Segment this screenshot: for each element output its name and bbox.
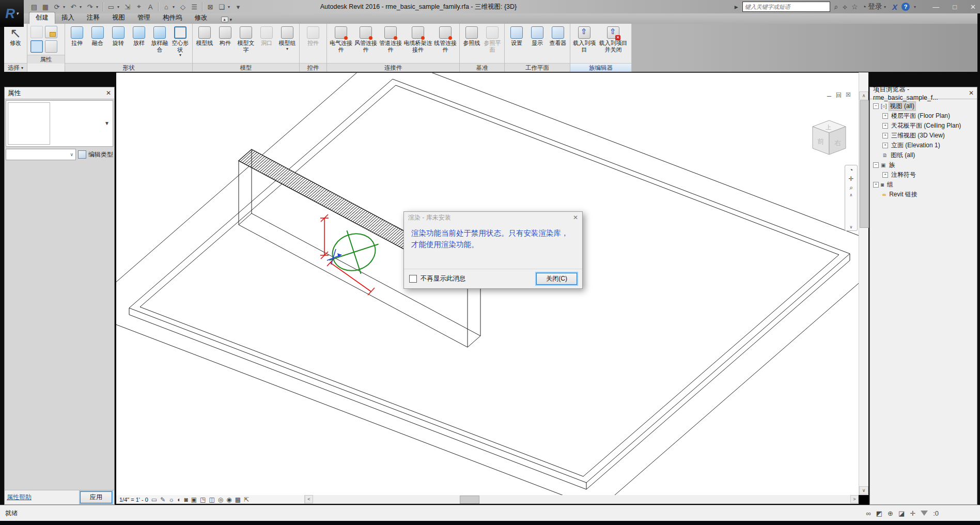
pan-icon[interactable]: ✛ bbox=[848, 175, 853, 182]
model-line-button[interactable]: 模型线 bbox=[195, 25, 214, 47]
reveal-hidden-elements-icon[interactable]: ◉ bbox=[226, 496, 231, 503]
measure-icon[interactable]: ▭ bbox=[106, 2, 116, 12]
chevron-down-icon[interactable]: ∨ bbox=[850, 225, 853, 229]
tab-view[interactable]: 视图 bbox=[106, 12, 131, 24]
expand-icon[interactable]: + bbox=[882, 123, 888, 129]
tree-item-floor-plans[interactable]: + 楼层平面 (Floor Plan) bbox=[871, 111, 976, 121]
view-close-icon[interactable]: ☒ bbox=[846, 91, 851, 99]
pipe-connector-button[interactable]: 管道连接件 bbox=[379, 25, 402, 53]
reference-line-button[interactable]: 参照线 bbox=[462, 25, 481, 47]
swept-blend-button[interactable]: 放样融合 bbox=[150, 25, 169, 53]
viewer-button[interactable]: 查看器 bbox=[548, 25, 568, 47]
select-pinned-icon[interactable]: ⊕ bbox=[888, 509, 893, 517]
scale-label[interactable]: 1/4" = 1' - 0 bbox=[119, 497, 148, 503]
tab-manage[interactable]: 管理 bbox=[131, 12, 157, 24]
open-file-icon[interactable]: ▤ bbox=[29, 2, 39, 12]
close-button[interactable]: ✕ bbox=[970, 3, 976, 11]
sweep-button[interactable]: 放样 bbox=[129, 25, 149, 47]
type-selector[interactable]: ▼ bbox=[6, 100, 113, 147]
chevron-down-icon[interactable]: ▾ bbox=[63, 5, 67, 9]
chevron-down-icon[interactable]: ▾ bbox=[173, 5, 177, 9]
family-types-icon[interactable] bbox=[45, 26, 57, 38]
scroll-up-icon[interactable]: ∧ bbox=[859, 91, 868, 100]
scroll-down-icon[interactable]: ∨ bbox=[859, 486, 868, 495]
conduit-connector-button[interactable]: 线管连接件 bbox=[433, 25, 457, 53]
chevron-down-icon[interactable]: ▾ bbox=[96, 5, 100, 9]
collapse-icon[interactable]: − bbox=[873, 162, 879, 168]
dialog-close-icon[interactable]: ✕ bbox=[573, 214, 578, 221]
viewcube[interactable]: 上 前 右 bbox=[813, 120, 846, 155]
show-crop-region-icon[interactable]: ◳ bbox=[200, 496, 206, 503]
filter-icon[interactable] bbox=[921, 511, 928, 516]
cable-tray-connector-button[interactable]: 电缆桥架连接件 bbox=[403, 25, 432, 53]
switch-windows-icon[interactable]: ❏ bbox=[216, 2, 227, 12]
dialog-close-button[interactable]: 关闭(C) bbox=[536, 273, 577, 285]
tab-annotate[interactable]: 注释 bbox=[81, 12, 106, 24]
sun-path-icon[interactable]: ☼ bbox=[168, 496, 174, 503]
detail-level-icon[interactable]: ▭ bbox=[151, 496, 157, 503]
set-work-plane-button[interactable]: 设置 bbox=[507, 25, 526, 47]
horizontal-scroll-thumb[interactable] bbox=[460, 496, 479, 504]
sign-in-button[interactable]: ◔ 登录 ▾ bbox=[862, 2, 888, 11]
properties-header[interactable]: 属性 ✕ bbox=[5, 87, 114, 99]
select-links-icon[interactable]: ∞ bbox=[866, 509, 870, 517]
chevron-down-icon[interactable]: ▾ bbox=[117, 5, 121, 9]
tab-modify[interactable]: 修改 bbox=[189, 12, 214, 24]
crop-view-icon[interactable]: ▣ bbox=[191, 496, 197, 503]
navigation-wheel-icon[interactable]: ◔ bbox=[849, 166, 853, 174]
tree-item-annotation-symbols[interactable]: + 注释符号 bbox=[871, 170, 976, 180]
horizontal-scrollbar[interactable]: < > bbox=[304, 495, 859, 504]
close-hidden-windows-icon[interactable]: ⊠ bbox=[205, 2, 215, 12]
properties-help-link[interactable]: 属性帮助 bbox=[7, 493, 32, 502]
chevron-up-icon[interactable]: ∧ bbox=[850, 193, 853, 197]
checkbox-icon[interactable] bbox=[409, 275, 417, 283]
aligned-dimension-icon[interactable]: ⇲ bbox=[122, 2, 133, 12]
chevron-down-icon[interactable]: ▾ bbox=[914, 5, 918, 9]
shadows-icon[interactable]: ◐ bbox=[177, 496, 181, 503]
show-work-plane-button[interactable]: 显示 bbox=[527, 25, 547, 47]
type-combo-box[interactable]: ∨ bbox=[6, 149, 76, 160]
minimize-button[interactable]: — bbox=[932, 3, 939, 11]
communication-center-icon[interactable]: ⟡ bbox=[843, 3, 847, 11]
view-minimize-icon[interactable]: ⚊ bbox=[827, 91, 832, 99]
drag-on-selection-icon[interactable]: ✛ bbox=[910, 509, 915, 517]
show-constraints-icon[interactable]: ⇱ bbox=[244, 496, 249, 503]
modify-button[interactable]: ↖ 修改 bbox=[6, 25, 25, 47]
component-button[interactable]: 构件 bbox=[215, 25, 235, 47]
expand-icon[interactable]: + bbox=[882, 133, 888, 138]
default-3d-view-icon[interactable]: ⌂ bbox=[161, 2, 172, 12]
electrical-connector-button[interactable]: 电气连接件 bbox=[329, 25, 353, 53]
tab-insert[interactable]: 插入 bbox=[55, 12, 81, 24]
expand-icon[interactable]: + bbox=[882, 172, 888, 178]
tree-item-views[interactable]: − [○] 视图 (all) bbox=[871, 101, 976, 111]
select-by-face-icon[interactable]: ◪ bbox=[898, 509, 905, 517]
favorites-star-icon[interactable]: ☆ bbox=[851, 3, 858, 11]
exchange-apps-icon[interactable]: X bbox=[892, 3, 897, 11]
section-icon[interactable]: ◇ bbox=[178, 2, 188, 12]
render-dialog-icon[interactable]: ◙ bbox=[184, 496, 188, 503]
zoom-icon[interactable]: ⌕ bbox=[849, 184, 853, 191]
unlocked-view-icon[interactable]: ◫ bbox=[209, 496, 214, 503]
dialog-title-bar[interactable]: 渲染 - 库未安装 ✕ bbox=[404, 212, 582, 223]
extrusion-button[interactable]: 拉伸 bbox=[67, 25, 87, 47]
model-group-button[interactable]: 模型组▾ bbox=[277, 25, 297, 51]
scroll-left-icon[interactable]: < bbox=[305, 495, 313, 503]
collapse-icon[interactable]: − bbox=[873, 103, 879, 109]
edit-type-button[interactable]: 编辑类型 bbox=[78, 150, 113, 159]
load-into-project-close-button[interactable]: 载入到项目并关闭 bbox=[597, 25, 629, 53]
chevron-down-icon[interactable]: ▾ bbox=[80, 5, 84, 9]
text-icon[interactable]: A bbox=[145, 2, 155, 12]
associate-parameters-icon[interactable] bbox=[45, 40, 57, 53]
search-icon[interactable]: ⌕ bbox=[834, 3, 838, 11]
tree-item-3d-views[interactable]: + 三维视图 (3D View) bbox=[871, 131, 976, 141]
view-restore-icon[interactable]: 回 bbox=[836, 91, 842, 99]
blend-button[interactable]: 融合 bbox=[88, 25, 107, 47]
scroll-right-icon[interactable]: > bbox=[850, 495, 859, 503]
maximize-button[interactable]: □ bbox=[953, 3, 957, 11]
tree-item-ceiling-plans[interactable]: + 天花板平面 (Ceiling Plan) bbox=[871, 121, 976, 131]
expand-icon[interactable]: + bbox=[873, 182, 879, 188]
customize-qat-icon[interactable]: ▾ bbox=[233, 2, 243, 12]
sync-icon[interactable]: ⟳ bbox=[52, 2, 62, 12]
dont-show-again-checkbox[interactable]: 不再显示此消息 bbox=[409, 274, 466, 283]
ribbon-collapse-control[interactable]: ▴ ▾ bbox=[221, 17, 232, 22]
